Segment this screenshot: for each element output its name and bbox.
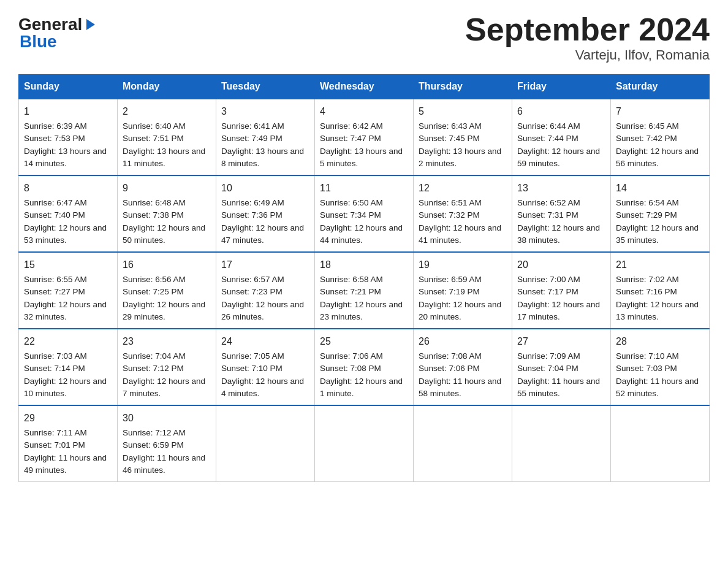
sunrise: Sunrise: 7:12 AM <box>123 428 186 437</box>
sunrise: Sunrise: 6:47 AM <box>24 198 87 207</box>
calendar-cell <box>216 405 315 482</box>
sunrise: Sunrise: 7:11 AM <box>24 428 87 437</box>
sunrise: Sunrise: 7:04 AM <box>123 351 186 361</box>
day-number: 13 <box>517 181 605 196</box>
day-number: 4 <box>320 104 408 119</box>
sunrise: Sunrise: 6:55 AM <box>24 275 87 284</box>
daylight: Daylight: 12 hours and 29 minutes. <box>123 300 205 321</box>
weekday-header-thursday: Thursday <box>414 75 512 99</box>
sunset: Sunset: 7:25 PM <box>123 287 184 296</box>
sunrise: Sunrise: 7:03 AM <box>24 351 87 361</box>
calendar-cell: 3Sunrise: 6:41 AMSunset: 7:49 PMDaylight… <box>216 99 315 175</box>
sunset: Sunset: 7:47 PM <box>320 134 381 143</box>
sunset: Sunset: 7:21 PM <box>320 287 381 296</box>
daylight: Daylight: 12 hours and 7 minutes. <box>123 377 205 398</box>
daylight: Daylight: 13 hours and 5 minutes. <box>320 147 403 168</box>
sunrise: Sunrise: 6:43 AM <box>419 121 482 131</box>
daylight: Daylight: 12 hours and 38 minutes. <box>517 223 600 245</box>
calendar-cell: 11Sunrise: 6:50 AMSunset: 7:34 PMDayligh… <box>315 175 414 252</box>
weekday-header-row: SundayMondayTuesdayWednesdayThursdayFrid… <box>19 75 710 99</box>
day-number: 22 <box>24 334 112 349</box>
sunset: Sunset: 7:40 PM <box>24 210 85 220</box>
day-number: 17 <box>221 258 309 272</box>
calendar-cell: 22Sunrise: 7:03 AMSunset: 7:14 PMDayligh… <box>19 329 118 405</box>
sunrise: Sunrise: 6:52 AM <box>517 198 580 207</box>
sunrise: Sunrise: 6:51 AM <box>419 198 482 207</box>
weekday-header-sunday: Sunday <box>19 75 118 99</box>
daylight: Daylight: 13 hours and 8 minutes. <box>221 147 304 168</box>
sunrise: Sunrise: 6:56 AM <box>123 275 186 284</box>
sunrise: Sunrise: 7:02 AM <box>616 275 679 284</box>
daylight: Daylight: 11 hours and 46 minutes. <box>123 453 205 475</box>
sunrise: Sunrise: 7:10 AM <box>616 351 679 361</box>
calendar-cell: 10Sunrise: 6:49 AMSunset: 7:36 PMDayligh… <box>216 175 315 252</box>
daylight: Daylight: 12 hours and 53 minutes. <box>24 223 107 245</box>
daylight: Daylight: 11 hours and 58 minutes. <box>419 377 501 398</box>
sunset: Sunset: 7:51 PM <box>123 134 184 143</box>
sunrise: Sunrise: 6:42 AM <box>320 121 383 131</box>
day-number: 21 <box>616 258 704 272</box>
daylight: Daylight: 12 hours and 44 minutes. <box>320 223 403 245</box>
sunset: Sunset: 7:08 PM <box>320 364 381 373</box>
daylight: Daylight: 12 hours and 10 minutes. <box>24 377 107 398</box>
sunset: Sunset: 7:14 PM <box>24 364 85 373</box>
logo-blue: Blue <box>20 32 57 52</box>
day-number: 14 <box>616 181 704 196</box>
sunset: Sunset: 7:32 PM <box>419 210 480 220</box>
sunset: Sunset: 7:45 PM <box>419 134 480 143</box>
daylight: Daylight: 12 hours and 20 minutes. <box>419 300 501 321</box>
week-row-4: 22Sunrise: 7:03 AMSunset: 7:14 PMDayligh… <box>19 329 710 405</box>
calendar-cell: 6Sunrise: 6:44 AMSunset: 7:44 PMDaylight… <box>512 99 611 175</box>
week-row-3: 15Sunrise: 6:55 AMSunset: 7:27 PMDayligh… <box>19 252 710 329</box>
calendar-cell: 7Sunrise: 6:45 AMSunset: 7:42 PMDaylight… <box>611 99 710 175</box>
sunrise: Sunrise: 6:58 AM <box>320 275 383 284</box>
calendar-cell <box>315 405 414 482</box>
sunset: Sunset: 6:59 PM <box>123 440 184 450</box>
weekday-header-wednesday: Wednesday <box>315 75 414 99</box>
calendar-cell: 27Sunrise: 7:09 AMSunset: 7:04 PMDayligh… <box>512 329 611 405</box>
calendar-cell: 1Sunrise: 6:39 AMSunset: 7:53 PMDaylight… <box>19 99 118 175</box>
daylight: Daylight: 12 hours and 50 minutes. <box>123 223 205 245</box>
sunset: Sunset: 7:31 PM <box>517 210 578 220</box>
calendar-cell <box>611 405 710 482</box>
sunrise: Sunrise: 6:54 AM <box>616 198 679 207</box>
daylight: Daylight: 12 hours and 59 minutes. <box>517 147 600 168</box>
logo-icon <box>83 18 96 31</box>
calendar-cell <box>414 405 512 482</box>
sunrise: Sunrise: 6:41 AM <box>221 121 284 131</box>
day-number: 29 <box>24 411 112 426</box>
day-number: 11 <box>320 181 408 196</box>
calendar-cell: 2Sunrise: 6:40 AMSunset: 7:51 PMDaylight… <box>118 99 216 175</box>
sunset: Sunset: 7:29 PM <box>616 210 677 220</box>
daylight: Daylight: 12 hours and 23 minutes. <box>320 300 403 321</box>
day-number: 15 <box>24 258 112 272</box>
calendar-cell: 25Sunrise: 7:06 AMSunset: 7:08 PMDayligh… <box>315 329 414 405</box>
page-header: General Blue September 2024 Varteju, Ilf… <box>18 12 710 63</box>
sunset: Sunset: 7:10 PM <box>221 364 282 373</box>
daylight: Daylight: 12 hours and 47 minutes. <box>221 223 304 245</box>
sunset: Sunset: 7:49 PM <box>221 134 282 143</box>
day-number: 25 <box>320 334 408 349</box>
sunrise: Sunrise: 6:50 AM <box>320 198 383 207</box>
sunrise: Sunrise: 7:06 AM <box>320 351 383 361</box>
week-row-2: 8Sunrise: 6:47 AMSunset: 7:40 PMDaylight… <box>19 175 710 252</box>
calendar-cell: 17Sunrise: 6:57 AMSunset: 7:23 PMDayligh… <box>216 252 315 329</box>
day-number: 1 <box>24 104 112 119</box>
weekday-header-tuesday: Tuesday <box>216 75 315 99</box>
day-number: 12 <box>419 181 507 196</box>
sunrise: Sunrise: 6:59 AM <box>419 275 482 284</box>
day-number: 7 <box>616 104 704 119</box>
day-number: 18 <box>320 258 408 272</box>
calendar-cell: 23Sunrise: 7:04 AMSunset: 7:12 PMDayligh… <box>118 329 216 405</box>
daylight: Daylight: 12 hours and 56 minutes. <box>616 147 699 168</box>
daylight: Daylight: 12 hours and 41 minutes. <box>419 223 501 245</box>
sunset: Sunset: 7:06 PM <box>419 364 480 373</box>
sunset: Sunset: 7:17 PM <box>517 287 578 296</box>
sunrise: Sunrise: 7:05 AM <box>221 351 284 361</box>
daylight: Daylight: 12 hours and 32 minutes. <box>24 300 107 321</box>
sunset: Sunset: 7:44 PM <box>517 134 578 143</box>
calendar-cell: 12Sunrise: 6:51 AMSunset: 7:32 PMDayligh… <box>414 175 512 252</box>
logo: General Blue <box>18 12 97 52</box>
weekday-header-monday: Monday <box>118 75 216 99</box>
daylight: Daylight: 12 hours and 1 minute. <box>320 377 403 398</box>
